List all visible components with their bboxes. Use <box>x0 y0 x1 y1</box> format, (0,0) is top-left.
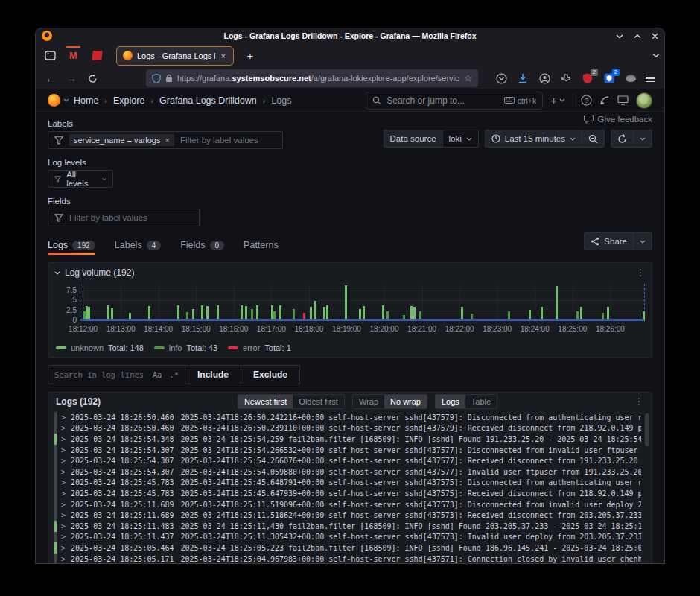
exclude-button[interactable]: Exclude <box>241 366 299 384</box>
lock-icon[interactable] <box>165 74 173 83</box>
labels-filter-input[interactable]: service_name = varlogs× Filter by label … <box>48 131 283 149</box>
firefox-view-icon[interactable] <box>40 47 60 65</box>
tab-labels[interactable]: Labels4 <box>115 240 161 255</box>
monitor-icon[interactable] <box>617 95 629 105</box>
account-icon[interactable] <box>538 72 551 85</box>
log-row[interactable]: >2025-03-24 18:25:05.1712025-03-24T18:25… <box>54 554 641 563</box>
extensions-puzzle-icon[interactable] <box>559 72 573 85</box>
breadcrumb-item[interactable]: Logs <box>271 95 291 106</box>
log-row[interactable]: >2025-03-24 18:25:11.6892025-03-24T18:25… <box>54 510 641 521</box>
log-line-search-input[interactable]: Search in log lines Aa .* <box>48 365 185 384</box>
log-row[interactable]: >2025-03-24 18:25:54.3072025-03-24T18:25… <box>54 466 641 478</box>
pocket-icon[interactable] <box>494 72 508 85</box>
expand-chevron-icon[interactable]: > <box>61 555 66 563</box>
expand-chevron-icon[interactable]: > <box>61 522 66 530</box>
refresh-button[interactable] <box>611 130 634 148</box>
password-extension-icon[interactable]: 2 <box>602 72 616 85</box>
help-icon[interactable]: ? <box>581 95 592 106</box>
log-row[interactable]: >2025-03-24 18:25:05.4642025-03-24 18:25… <box>54 542 641 554</box>
give-feedback-button[interactable]: Give feedback <box>584 115 652 124</box>
url-bar[interactable]: https://grafana.systemsobscure.net/a/gra… <box>146 69 478 87</box>
active-tab[interactable]: Logs - Grafana Logs Drilldow × <box>116 46 234 66</box>
log-row[interactable]: >2025-03-24 18:26:50.4602025-03-24T18:26… <box>54 423 641 434</box>
expand-chevron-icon[interactable]: > <box>61 489 66 498</box>
option-logs[interactable]: Logs <box>436 395 465 408</box>
container-extension-icon[interactable] <box>624 72 637 85</box>
zoom-out-button[interactable] <box>582 130 605 148</box>
expand-chevron-icon[interactable]: > <box>61 446 66 454</box>
tab-fields[interactable]: Fields0 <box>180 240 224 255</box>
log-row[interactable]: >2025-03-24 18:25:54.3072025-03-24T18:25… <box>54 445 641 456</box>
option-newest-first[interactable]: Newest first <box>238 395 293 408</box>
legend-item-unknown[interactable]: unknownTotal: 148 <box>56 343 144 352</box>
option-oldest-first[interactable]: Oldest first <box>293 395 344 408</box>
logs-panel-menu-icon[interactable]: ⋮ <box>634 396 644 407</box>
news-icon[interactable] <box>599 95 610 106</box>
regex-toggle[interactable]: .* <box>169 370 179 379</box>
option-table[interactable]: Table <box>465 395 497 408</box>
search-input[interactable]: Search or jump to... ctrl+k <box>366 92 543 110</box>
grafana-logo-icon[interactable] <box>48 94 60 107</box>
close-window-button[interactable] <box>652 33 658 39</box>
option-no-wrap[interactable]: No wrap <box>384 395 427 408</box>
pinned-tab-app[interactable] <box>86 46 107 66</box>
downloads-icon[interactable] <box>516 72 529 85</box>
tab-patterns[interactable]: Patterns <box>244 240 279 255</box>
breadcrumb-item[interactable]: Home <box>74 95 98 106</box>
log-row[interactable]: >2025-03-24 18:25:54.3072025-03-24T18:25… <box>54 455 641 466</box>
tracking-shield-icon[interactable] <box>152 74 161 83</box>
log-row[interactable]: >2025-03-24 18:25:54.3482025-03-24 18:25… <box>54 434 641 445</box>
expand-chevron-icon[interactable]: > <box>61 511 66 519</box>
maximize-button[interactable] <box>634 34 641 39</box>
fields-filter-input[interactable]: Filter by label values <box>48 209 200 226</box>
menu-icon[interactable] <box>646 74 655 83</box>
pinned-tab-gmail[interactable]: M <box>63 46 83 66</box>
log-volume-chart[interactable]: 02.557.5 18:12:0018:13:0018:14:0018:15:0… <box>54 284 646 333</box>
share-button[interactable]: Share <box>584 232 652 250</box>
breadcrumb-item[interactable]: Grafana Logs Drilldown <box>159 95 257 106</box>
panel-menu-icon[interactable]: ⋮ <box>636 267 646 278</box>
expand-chevron-icon[interactable]: > <box>61 478 66 486</box>
expand-chevron-icon[interactable]: > <box>61 413 66 422</box>
option-wrap[interactable]: Wrap <box>353 395 384 408</box>
refresh-interval-dropdown[interactable] <box>634 130 652 148</box>
list-tabs-icon[interactable] <box>652 53 660 58</box>
expand-chevron-icon[interactable]: > <box>61 533 66 541</box>
collapse-chevron-icon[interactable] <box>54 271 60 275</box>
new-tab-button[interactable]: + <box>241 47 259 65</box>
log-row[interactable]: >2025-03-24 18:25:11.4832025-03-24 18:25… <box>54 521 641 532</box>
expand-chevron-icon[interactable]: > <box>61 435 66 443</box>
tab-logs[interactable]: Logs192 <box>48 240 95 255</box>
reload-button[interactable] <box>83 69 101 87</box>
tab-close-icon[interactable]: × <box>220 51 227 60</box>
expand-chevron-icon[interactable]: > <box>61 457 66 465</box>
forward-button[interactable]: → <box>63 69 80 87</box>
breadcrumb-item[interactable]: Explore <box>113 95 144 106</box>
avatar[interactable] <box>636 92 652 109</box>
logs-scrollbar[interactable] <box>645 413 649 446</box>
expand-chevron-icon[interactable]: > <box>61 501 66 509</box>
log-row[interactable]: >2025-03-24 18:25:11.4372025-03-24T18:25… <box>54 532 641 543</box>
log-levels-dropdown[interactable]: All levels <box>48 170 113 188</box>
bookmark-star-icon[interactable]: ☆ <box>464 73 472 83</box>
label-filter-chip[interactable]: service_name = varlogs× <box>69 134 174 146</box>
legend-item-error[interactable]: errorTotal: 1 <box>228 343 291 352</box>
log-row[interactable]: >2025-03-24 18:25:11.6892025-03-24T18:25… <box>54 499 641 510</box>
time-range-picker[interactable]: Last 15 minutes <box>485 130 582 148</box>
legend-item-info[interactable]: infoTotal: 43 <box>154 343 217 352</box>
include-button[interactable]: Include <box>185 366 241 384</box>
back-button[interactable]: ← <box>42 69 60 87</box>
adblock-extension-icon[interactable]: 2 <box>581 72 594 85</box>
log-row[interactable]: >2025-03-24 18:26:50.4602025-03-24T18:26… <box>54 412 641 423</box>
expand-chevron-icon[interactable]: > <box>61 424 66 432</box>
case-sensitive-toggle[interactable]: Aa <box>153 370 162 379</box>
expand-chevron-icon[interactable]: > <box>61 468 66 476</box>
org-switcher-chevron-icon[interactable] <box>63 98 69 102</box>
new-button[interactable]: + <box>550 94 565 107</box>
log-row[interactable]: >2025-03-24 18:25:45.7832025-03-24T18:25… <box>54 478 641 489</box>
share-dropdown[interactable] <box>634 232 652 250</box>
log-row[interactable]: >2025-03-24 18:25:45.7832025-03-24T18:25… <box>54 488 641 499</box>
expand-chevron-icon[interactable]: > <box>61 544 66 552</box>
minimize-button[interactable] <box>616 34 623 39</box>
datasource-picker[interactable]: Data source loki <box>384 130 479 148</box>
